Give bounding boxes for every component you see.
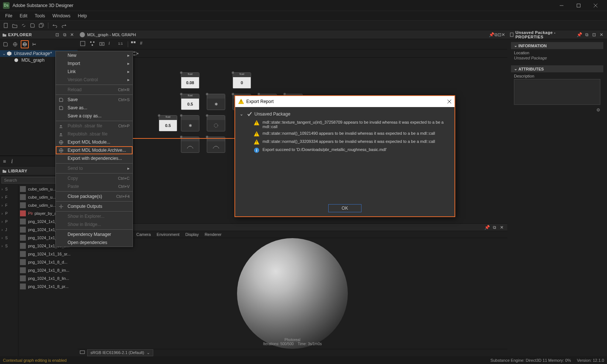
colorspace-select[interactable]: sRGB IEC61966-2.1 (Default) ⌄ [87, 349, 153, 356]
dialog-close-button[interactable] [447, 99, 452, 104]
node-op[interactable]: ✱ [207, 94, 225, 110]
toolbar-link-icon[interactable] [20, 22, 27, 29]
panel-pin-icon[interactable]: ⊡ [54, 31, 61, 38]
node-op[interactable]: ✱ [181, 115, 199, 131]
node-op[interactable] [207, 137, 225, 153]
gear-icon[interactable]: ⚙ [596, 107, 600, 113]
explorer-globe-icon[interactable] [11, 40, 19, 48]
status-version: Version: 12.1.0 [577, 358, 604, 363]
panel-close-icon[interactable]: ✕ [598, 31, 605, 38]
menu-help[interactable]: Help [74, 12, 91, 20]
graph-info-icon[interactable]: i [109, 41, 116, 48]
node-float[interactable]: float0.08 [181, 72, 199, 89]
library-item[interactable]: png_1024_1x1_8_lin... [18, 274, 78, 282]
menu-edit[interactable]: Edit [16, 12, 31, 20]
toolbar-new-icon[interactable] [2, 22, 10, 29]
window-close-button[interactable] [587, 0, 604, 11]
view3d-tab-camera[interactable]: Camera [136, 232, 151, 237]
menu-export-mdl-module-archive[interactable]: Export MDL Module Archive... [56, 146, 133, 154]
menu-new[interactable]: New▸ [56, 51, 133, 59]
graph-hier-icon[interactable] [133, 51, 139, 56]
menu-close-package-s[interactable]: Close package(s)Ctrl+F4 [56, 192, 133, 200]
description-input[interactable] [514, 79, 600, 105]
panel-float-icon[interactable]: ⧉ [494, 32, 498, 37]
menu-export-mdl-module[interactable]: Export MDL Module... [56, 138, 133, 146]
tool-info-icon[interactable]: i [11, 158, 13, 165]
pin-icon[interactable]: 📌 [484, 224, 490, 231]
pin-icon[interactable]: 📌 [489, 32, 494, 37]
node-op[interactable] [181, 137, 199, 153]
menu-import[interactable]: Import▸ [56, 59, 133, 68]
menu-reload: ReloadCtrl+R [56, 86, 133, 94]
section-attributes[interactable]: ⌄ATTRIBUTES [511, 65, 603, 72]
menu-show-in-bridge: Show in Bridge... [56, 220, 133, 229]
svg-text:!: ! [256, 121, 257, 125]
lib-category[interactable]: ›S [0, 242, 18, 250]
view3d-tab-environment[interactable]: Environment [157, 232, 179, 237]
panel-float-icon[interactable]: ⧉ [583, 31, 590, 38]
menu-save-as[interactable]: Save as... [56, 104, 133, 112]
panel-close-icon[interactable]: ✕ [498, 224, 505, 231]
menu-export-with-dependencies[interactable]: Export with dependencies... [56, 154, 133, 162]
lib-category[interactable]: ›S [0, 185, 18, 193]
library-item[interactable]: png_1024_1x1_16_sr... [18, 250, 78, 258]
panel-float-icon[interactable]: ⧉ [491, 224, 498, 231]
tool-thickness-icon[interactable]: ≡ [3, 158, 6, 164]
lib-category[interactable]: ›S [0, 234, 18, 242]
panel-max-icon[interactable]: ⊡ [591, 31, 597, 38]
toolbar-saveall-icon[interactable] [38, 22, 45, 29]
graph-ratio-icon[interactable]: 1:1 [118, 41, 126, 48]
library-item[interactable]: png_1024_1x1_8_pr... [18, 282, 78, 291]
menu-windows[interactable]: Windows [49, 12, 74, 20]
menu-open-dependencies[interactable]: Open dependencies [56, 238, 133, 247]
menu-compute-outputs[interactable]: Compute Outputs [56, 202, 133, 210]
monitor-icon[interactable] [80, 350, 85, 355]
graph-align-icon[interactable] [89, 41, 97, 48]
toolbar-undo-icon[interactable] [51, 22, 59, 29]
explorer-export-mdl-button[interactable] [21, 40, 29, 48]
toolbar-save-icon[interactable] [29, 22, 36, 29]
lib-category[interactable]: ›P [0, 217, 18, 226]
panel-close-icon[interactable]: ✕ [69, 31, 75, 38]
ok-button[interactable]: OK [328, 204, 361, 212]
window-maximize-button[interactable] [570, 0, 587, 11]
node-float[interactable]: float0.5 [181, 94, 199, 110]
graph-hash-icon[interactable]: # [140, 41, 147, 48]
node-float[interactable]: float0 [233, 72, 251, 89]
graph-frame-icon[interactable] [80, 41, 87, 48]
view3d-tab-renderer[interactable]: Renderer [205, 232, 222, 237]
menu-dependency-manager[interactable]: Dependency Manager [56, 230, 133, 238]
view3d-viewport[interactable]: Photoreal Iterations: 500/500 Time: 3s/1… [78, 238, 507, 349]
menu-save-a-copy-as[interactable]: Save a copy as... [56, 112, 133, 120]
pin-icon[interactable]: 📌 [576, 31, 583, 38]
toolbar-open-icon[interactable] [11, 22, 18, 29]
view3d-tab-display[interactable]: Display [185, 232, 199, 237]
explorer-branch-icon[interactable] [30, 40, 38, 48]
panel-float-icon[interactable]: ⧉ [61, 31, 68, 38]
menu-file[interactable]: File [1, 12, 16, 20]
node-op[interactable] [207, 115, 225, 131]
explorer-save-icon[interactable] [1, 40, 10, 48]
library-item[interactable]: png_1024_1x1_8_im... [18, 266, 78, 274]
section-information[interactable]: ⌄INFORMATION [511, 42, 603, 49]
graph-grid-icon[interactable] [130, 41, 138, 48]
svg-rect-4 [4, 23, 7, 28]
graph-camera-icon[interactable] [99, 41, 106, 48]
menu-link[interactable]: Link▸ [56, 68, 133, 76]
panel-max-icon[interactable]: ⊡ [498, 32, 501, 37]
lib-category[interactable]: ›F [0, 201, 18, 209]
lib-category[interactable]: ›F [0, 193, 18, 201]
lib-category[interactable]: ›P [0, 209, 18, 217]
graph-label: MDL_graph [21, 58, 45, 63]
lib-category[interactable]: ›J [0, 226, 18, 234]
menu-tools[interactable]: Tools [31, 12, 49, 20]
window-minimize-button[interactable] [553, 0, 570, 11]
menu-version-control: Version Control▸ [56, 76, 133, 84]
panel-close-icon[interactable]: ✕ [501, 32, 505, 37]
toolbar-redo-icon[interactable] [60, 22, 68, 29]
library-item[interactable]: png_1024_1x1_8_d... [18, 258, 78, 266]
menu-save[interactable]: SaveCtrl+S [56, 96, 133, 104]
dialog-package-row[interactable]: ⌄ Unsaved Package [240, 111, 450, 117]
explorer-toolbar [0, 39, 78, 49]
node-float[interactable]: float0.5 [159, 115, 177, 131]
